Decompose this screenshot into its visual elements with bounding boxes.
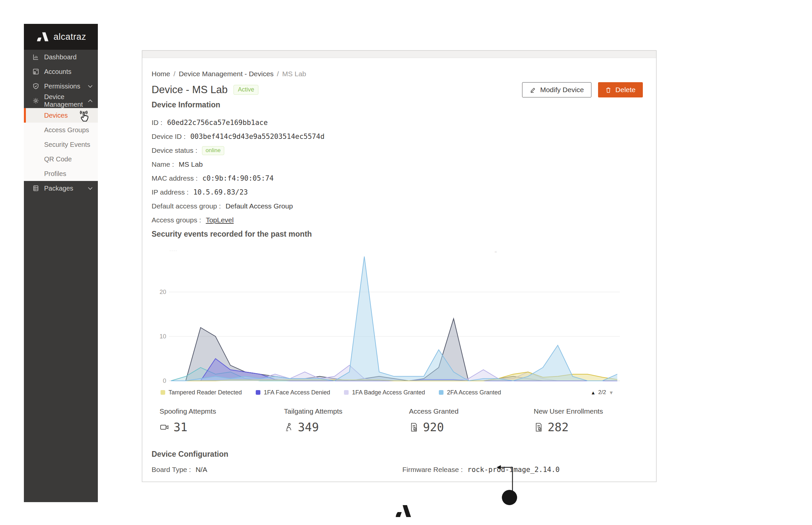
legend-item[interactable]: 1FA Badge Access Granted: [344, 389, 425, 396]
alcatraz-logo-icon: [35, 32, 49, 42]
sidebar-item-label: Security Events: [44, 141, 90, 149]
device-detail-card: Home / Device Management - Devices / MS …: [142, 50, 656, 482]
field-value: MS Lab: [179, 161, 203, 168]
stat-value: 282: [548, 421, 568, 434]
field-row: Device status :online: [151, 144, 324, 158]
field-label: Device status :: [151, 147, 197, 154]
field-value: 10.5.69.83/23: [193, 188, 248, 196]
sidebar-item-dashboard[interactable]: Dashboard: [24, 50, 98, 64]
brand-logo: alcatraz: [24, 24, 98, 50]
field-row: Device ID :003bef414c9d43e9a55203514ec55…: [151, 130, 324, 144]
chart-artifact-text: ····: [170, 248, 177, 253]
stat-card-access-granted: Access Granted920: [409, 407, 459, 434]
legend-swatch: [439, 390, 444, 395]
footer-alcatraz-logo-icon: [393, 505, 412, 518]
field-value: Default Access Group: [226, 202, 293, 210]
chevron-up-icon: [88, 100, 92, 102]
legend-page-indicator: 2/2: [598, 389, 606, 396]
device-configuration-title: Device Configuration: [151, 450, 228, 459]
area-chart: 01020: [156, 245, 623, 389]
security-events-chart: ···· = 01020: [156, 245, 623, 389]
breadcrumb-separator: /: [173, 70, 175, 78]
legend-page-up-icon[interactable]: ▲: [591, 390, 596, 395]
legend-swatch: [344, 390, 349, 395]
tailgating-icon: [284, 422, 294, 432]
chart-artifact-text: =: [495, 250, 497, 254]
field-value: 003bef414c9d43e9a55203514ec5574d: [190, 133, 325, 140]
tap-cursor-icon: [78, 109, 90, 124]
sidebar-item-label: Devices: [44, 112, 68, 119]
camera-icon: [160, 422, 170, 432]
device-configuration-row: Board Type : N/A Firmware Release : rock…: [151, 466, 643, 474]
chevron-down-icon: [88, 187, 92, 190]
legend-label: 1FA Badge Access Granted: [352, 389, 425, 396]
stat-value: 920: [423, 421, 444, 434]
doc-check-icon: [409, 422, 419, 432]
dashboard-icon: [32, 54, 39, 60]
sidebar-item-label: Dashboard: [44, 54, 77, 61]
field-row: Access groups :TopLevel: [151, 213, 324, 227]
legend-label: 2FA Access Granted: [447, 389, 501, 396]
sidebar-item-device-management[interactable]: Device Management: [24, 93, 98, 108]
field-value: 60ed22c756ca57e169bb1ace: [167, 119, 268, 126]
legend-item[interactable]: 1FA Face Access Denied: [256, 389, 330, 396]
breadcrumb-home[interactable]: Home: [151, 70, 170, 78]
legend-page-down-icon[interactable]: ▼: [609, 390, 614, 395]
gear-icon: [32, 97, 39, 104]
field-label: IP address :: [151, 188, 189, 196]
sidebar-item-security-events[interactable]: Security Events: [24, 137, 98, 152]
sidebar-item-packages[interactable]: Packages: [24, 181, 98, 196]
field-row: Name :MS Lab: [151, 158, 324, 171]
sidebar-item-qr-code[interactable]: QR Code: [24, 152, 98, 166]
breadcrumb-devices[interactable]: Device Management - Devices: [179, 70, 274, 78]
field-label: ID :: [151, 119, 162, 126]
field-label: Device ID :: [151, 133, 186, 140]
board-type-label: Board Type :: [151, 466, 191, 474]
legend-item[interactable]: 2FA Access Granted: [439, 389, 501, 396]
sidebar-item-label: Profiles: [44, 170, 66, 178]
stat-card-tailgating-attempts: Tailgating Attempts349: [284, 407, 342, 434]
field-value: c0:9b:f4:90:05:74: [202, 174, 274, 182]
field-row: IP address :10.5.69.83/23: [151, 185, 324, 199]
annotation-arrow: [496, 463, 529, 507]
shield-check-icon: [32, 83, 39, 89]
sidebar-item-label: Packages: [44, 185, 73, 192]
field-label: MAC address :: [151, 174, 198, 182]
sidebar-item-accounts[interactable]: Accounts: [24, 64, 98, 79]
stat-value: 349: [298, 421, 319, 434]
legend-item[interactable]: Tampered Reader Detected: [161, 389, 242, 396]
field-label: Access groups :: [151, 216, 201, 224]
delete-label: Delete: [615, 86, 636, 94]
page-title: Device - MS Lab: [151, 84, 228, 96]
firmware-label: Firmware Release :: [402, 466, 463, 474]
sidebar-item-profiles[interactable]: Profiles: [24, 166, 98, 181]
y-axis-tick-label: 0: [163, 377, 166, 384]
legend-swatch: [161, 390, 165, 395]
sidebar-item-devices[interactable]: Devices: [24, 108, 98, 123]
device-information-fields: ID :60ed22c756ca57e169bb1aceDevice ID :0…: [151, 116, 324, 227]
field-row: MAC address :c0:9b:f4:90:05:74: [151, 171, 324, 185]
delete-button[interactable]: Delete: [598, 82, 643, 97]
series-area: [171, 256, 617, 381]
chevron-down-icon: [88, 85, 92, 88]
firmware-field: Firmware Release : rock-prod-image_2.14.…: [402, 466, 560, 474]
packages-icon: [32, 185, 39, 192]
chart-legend: Tampered Reader Detected1FA Face Access …: [161, 388, 643, 397]
stat-label: Access Granted: [409, 407, 459, 415]
card-top-strip: [142, 51, 656, 58]
device-management-submenu: Devices Access Groups Security Events QR…: [24, 108, 98, 181]
doc-check-icon: [534, 422, 543, 432]
board-type-value: N/A: [196, 466, 207, 474]
breadcrumb: Home / Device Management - Devices / MS …: [151, 70, 306, 78]
stat-card-spoofing-attepmts: Spoofing Attepmts31: [160, 407, 216, 434]
status-badge: Active: [233, 85, 258, 95]
sidebar-item-access-groups[interactable]: Access Groups: [24, 123, 98, 137]
modify-device-button[interactable]: Modify Device: [522, 82, 591, 97]
sidebar-item-label: QR Code: [44, 155, 72, 163]
field-value[interactable]: TopLevel: [206, 216, 233, 224]
sidebar-item-permissions[interactable]: Permissions: [24, 79, 98, 93]
legend-swatch: [256, 390, 260, 395]
stat-label: Spoofing Attepmts: [160, 407, 216, 415]
field-label: Default access group :: [151, 202, 221, 210]
stat-card-new-user-enrollments: New User Enrollments282: [534, 407, 603, 434]
